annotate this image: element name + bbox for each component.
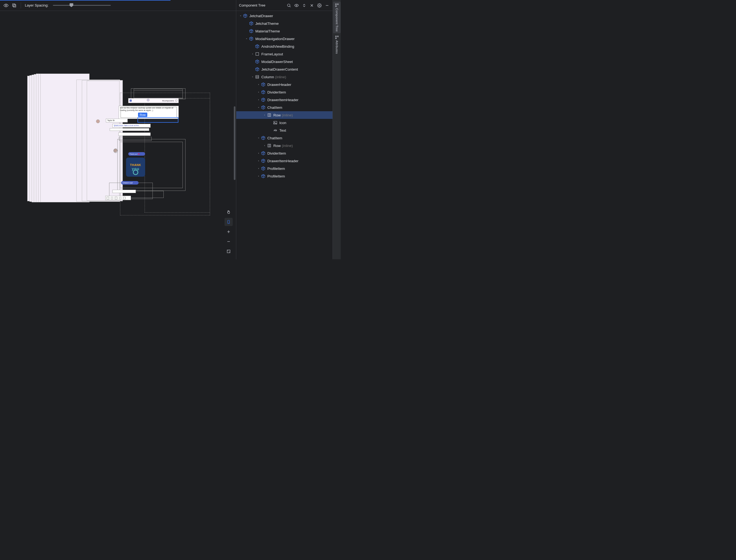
chevron-down-icon[interactable] bbox=[256, 105, 261, 110]
zoom-in-button[interactable] bbox=[224, 228, 233, 236]
close-icon[interactable] bbox=[309, 3, 314, 8]
tree-node-profileitem[interactable]: ProfileItem bbox=[236, 165, 332, 172]
chevron-right-icon[interactable] bbox=[250, 52, 255, 56]
node-label: JetchatDrawerContent bbox=[261, 67, 298, 71]
cube-icon bbox=[261, 82, 266, 87]
tree-node-materialtheme[interactable]: MaterialTheme bbox=[236, 27, 332, 35]
node-suffix: (inline) bbox=[282, 113, 293, 117]
layer-spacing-slider[interactable] bbox=[53, 5, 111, 6]
chevron-down-icon[interactable] bbox=[262, 113, 267, 117]
chevron-down-icon[interactable] bbox=[238, 14, 243, 18]
tree-node-framelayout[interactable]: FrameLayout bbox=[236, 50, 332, 58]
tree-node-modaldrawersheet[interactable]: ModalDrawerSheet bbox=[236, 58, 332, 65]
tree-node-jetchatdrawer[interactable]: JetchatDrawer bbox=[236, 12, 332, 20]
channel-name: #composers bbox=[162, 100, 174, 102]
panel-title: Component Tree bbox=[239, 3, 286, 7]
zoom-out-button[interactable] bbox=[224, 237, 233, 246]
message-card bbox=[112, 190, 136, 193]
chevron-right-icon[interactable] bbox=[256, 90, 261, 94]
fit-screen-button[interactable] bbox=[224, 247, 233, 255]
expand-collapse-icon[interactable] bbox=[301, 3, 307, 8]
bubble-text: Check it out bbox=[122, 182, 133, 184]
svg-point-24 bbox=[274, 122, 275, 123]
gear-icon[interactable] bbox=[317, 3, 322, 8]
panel-header-actions bbox=[286, 3, 330, 8]
slider-thumb[interactable] bbox=[70, 3, 73, 7]
chevron-right-icon[interactable] bbox=[256, 159, 261, 163]
tree-node-icon[interactable]: Icon bbox=[236, 119, 332, 127]
cube-icon bbox=[243, 13, 248, 18]
node-label: DrawerHeader bbox=[267, 83, 291, 87]
pan-button[interactable] bbox=[224, 208, 233, 216]
tree-node-draweritemheader[interactable]: DrawerItemHeader bbox=[236, 157, 332, 165]
canvas-3d-view[interactable]: #composers text but this midyear roadmap… bbox=[0, 11, 236, 259]
tree-node-divideritem[interactable]: DividerItem bbox=[236, 149, 332, 157]
selection-outline bbox=[137, 117, 178, 123]
node-label: Text bbox=[279, 128, 286, 133]
cube-icon bbox=[249, 36, 254, 41]
wire bbox=[134, 91, 183, 98]
chevron-right-icon[interactable] bbox=[262, 143, 267, 148]
vertical-scrollbar[interactable] bbox=[234, 106, 235, 180]
node-label: FrameLayout bbox=[261, 52, 283, 56]
chevron-right-icon[interactable] bbox=[256, 82, 261, 87]
mention-card: @aliconors Take a look at the... bbox=[112, 124, 151, 128]
tree-node-androidviewbinding[interactable]: AndroidViewBinding bbox=[236, 43, 332, 50]
chevron-right-icon[interactable] bbox=[256, 174, 261, 178]
node-label: ChatItem bbox=[267, 106, 282, 110]
component-tree[interactable]: JetchatDrawerJetchatThemeMaterialThemeMo… bbox=[236, 11, 332, 259]
cube-icon bbox=[261, 136, 266, 140]
chevron-none-icon bbox=[250, 59, 255, 64]
tree-node-chatitem[interactable]: ChatItem bbox=[236, 134, 332, 142]
tree-node-profileitem[interactable]: ProfileItem bbox=[236, 172, 332, 180]
svg-point-11 bbox=[296, 5, 297, 6]
tree-node-jetchattheme[interactable]: JetchatTheme bbox=[236, 20, 332, 27]
node-label: AndroidViewBinding bbox=[261, 44, 294, 49]
panel-header: Component Tree bbox=[236, 0, 332, 11]
eye-icon[interactable] bbox=[3, 3, 9, 8]
tree-node-drawerheader[interactable]: DrawerHeader bbox=[236, 81, 332, 88]
tree-node-column[interactable]: Column(inline) bbox=[236, 73, 332, 81]
cube-icon bbox=[255, 67, 260, 72]
tab-component-tree[interactable]: Component Tree bbox=[333, 2, 341, 33]
cube-icon bbox=[261, 97, 266, 102]
author-name: Taylor Br bbox=[107, 119, 115, 121]
svg-point-14 bbox=[319, 5, 320, 6]
chevron-down-icon[interactable] bbox=[250, 75, 255, 79]
sticker-shape bbox=[133, 170, 138, 175]
minimize-icon[interactable] bbox=[324, 3, 330, 8]
tree-node-draweritemheader[interactable]: DrawerItemHeader bbox=[236, 96, 332, 104]
device-mode-button[interactable] bbox=[224, 218, 233, 226]
search-icon[interactable] bbox=[286, 3, 291, 8]
cube-icon bbox=[261, 90, 266, 95]
tree-node-row[interactable]: Row(inline) bbox=[236, 142, 332, 149]
node-label: Column bbox=[261, 75, 274, 79]
tab-attributes[interactable]: Attributes bbox=[333, 34, 341, 55]
tree-node-chatitem[interactable]: ChatItem bbox=[236, 104, 332, 111]
chevron-right-icon[interactable] bbox=[256, 151, 261, 155]
rail-label: Attributes bbox=[335, 40, 338, 54]
wire bbox=[113, 149, 118, 153]
chevron-right-icon[interactable] bbox=[256, 98, 261, 102]
node-label: JetchatDrawer bbox=[249, 14, 273, 18]
search-icon bbox=[175, 100, 177, 102]
bubble-text: Thank you! bbox=[130, 153, 138, 155]
tree-node-row[interactable]: Row(inline) bbox=[236, 111, 332, 119]
input-icon bbox=[115, 197, 117, 199]
sticker-text-1: THANK bbox=[130, 163, 141, 167]
filter-eye-icon[interactable] bbox=[294, 3, 299, 8]
tree-node-modalnavigationdrawer[interactable]: ModalNavigationDrawer bbox=[236, 35, 332, 43]
chevron-down-icon[interactable] bbox=[244, 37, 249, 41]
chevron-down-icon[interactable] bbox=[256, 136, 261, 140]
chevron-right-icon[interactable] bbox=[256, 166, 261, 171]
svg-point-0 bbox=[5, 5, 7, 6]
tree-node-divideritem[interactable]: DividerItem bbox=[236, 88, 332, 96]
chevron-none-icon bbox=[250, 44, 255, 49]
tree-node-jetchatdrawercontent[interactable]: JetchatDrawerContent bbox=[236, 65, 332, 73]
mention-text: @aliconors Take a look at the... bbox=[114, 125, 140, 127]
node-label: MaterialTheme bbox=[255, 29, 280, 33]
overlay-icon[interactable] bbox=[11, 3, 17, 8]
tree-node-text[interactable]: AbText bbox=[236, 127, 332, 134]
chevron-none-icon bbox=[244, 29, 249, 33]
node-label: DrawerItemHeader bbox=[267, 98, 298, 102]
